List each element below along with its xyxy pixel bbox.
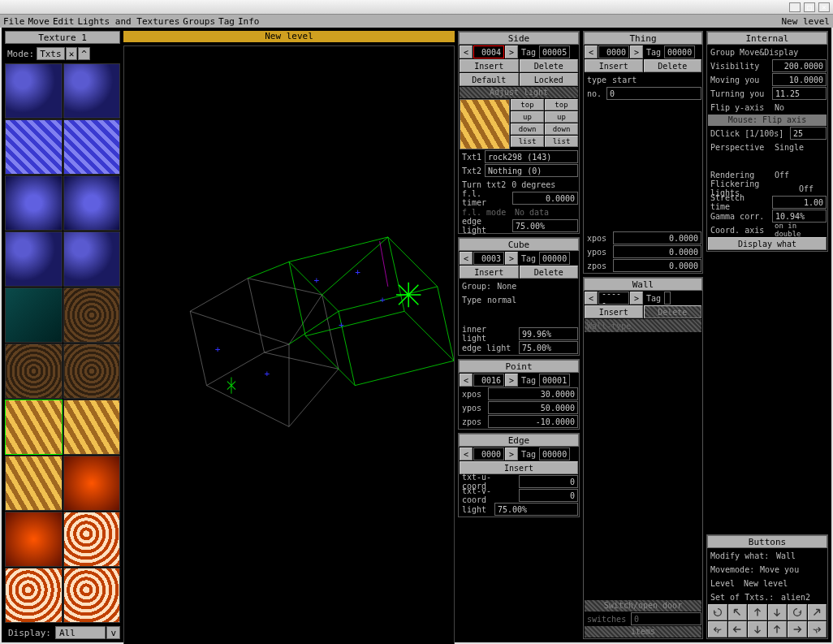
viewport-3d[interactable]: ++ ++ ++ [123,45,455,644]
texture-swatch[interactable] [5,456,63,511]
arrow-up2-icon[interactable] [768,621,788,638]
edge-tag-field[interactable]: 00000 [539,447,570,460]
point-id-field[interactable]: 0016 [473,374,504,387]
texture-swatch[interactable] [63,512,121,567]
edge-prev-button[interactable]: < [460,447,473,460]
curve-right-icon[interactable] [808,621,827,638]
display-what-button[interactable]: Display what [708,237,827,250]
texture-swatch[interactable] [5,175,63,231]
texture-swatch[interactable] [63,400,121,455]
maximize-icon[interactable]: □ [804,2,815,12]
side-insert-button[interactable]: Insert [460,59,519,72]
timer-field[interactable]: 0.0000 [512,192,578,205]
side-down2-button[interactable]: down [545,123,578,135]
display-value[interactable]: All [55,626,106,639]
thing-next-button[interactable]: > [630,45,643,58]
point-prev-button[interactable]: < [460,374,473,387]
texture-swatch[interactable] [63,287,121,343]
side-top1-button[interactable]: top [511,99,544,110]
texture-swatch[interactable] [5,344,63,399]
movemode-value[interactable]: Move you [757,563,827,576]
cube-tag-field[interactable]: 00000 [539,252,570,265]
cube-edge-field[interactable]: 75.00% [519,341,578,354]
perspective-value[interactable]: Single [772,140,827,153]
curve-left-icon[interactable] [708,621,727,638]
mode-up-button[interactable]: ^ [78,47,90,60]
wall-tag-field[interactable] [664,292,671,305]
texture-swatch-selected[interactable] [5,400,63,455]
edge-id-field[interactable]: 0000 [473,447,504,460]
side-delete-button[interactable]: Delete [520,59,579,72]
texture-swatch[interactable] [63,456,121,511]
menu-lights[interactable]: Lights and Textures [78,16,180,27]
side-next-button[interactable]: > [505,45,518,58]
menu-tag[interactable]: Tag [218,16,235,27]
arrow-up-icon[interactable] [748,604,767,620]
side-up2-button[interactable]: up [545,111,578,123]
side-prev-button[interactable]: < [460,45,473,58]
side-list1-button[interactable]: list [511,136,544,147]
texture-swatch[interactable] [63,63,121,119]
thing-zpos-field[interactable]: 0.0000 [613,259,701,272]
thing-prev-button[interactable]: < [585,45,598,58]
arrow-down2-icon[interactable] [748,621,767,638]
minimize-icon[interactable]: _ [789,2,801,12]
point-xpos-field[interactable]: 30.0000 [488,387,578,400]
texture-swatch[interactable] [63,119,121,175]
cube-prev-button[interactable]: < [460,252,473,265]
thing-insert-button[interactable]: Insert [585,59,643,72]
cube-inner-field[interactable]: 99.96% [519,327,578,340]
menu-groups[interactable]: Groups [183,16,215,27]
visibility-field[interactable]: 200.0000 [772,59,827,72]
side-id-field[interactable]: 0004 [473,45,504,58]
wall-prev-button[interactable]: < [585,292,598,305]
cube-delete-button[interactable]: Delete [520,266,579,279]
menu-edit[interactable]: Edit [53,16,75,27]
mode-value[interactable]: Txts [37,47,65,60]
moving-field[interactable]: 10.0000 [772,73,827,86]
texture-swatch[interactable] [5,512,63,567]
menu-move[interactable]: Move [28,16,50,27]
texture-swatch[interactable] [5,287,63,343]
wall-id-field[interactable]: ----- [598,292,629,305]
arrow-left-icon[interactable] [728,621,748,638]
wall-next-button[interactable]: > [630,292,643,305]
txt1-field[interactable]: rock298 (143) [485,150,578,163]
texture-swatch[interactable] [5,568,63,623]
turning-field[interactable]: 11.25 [772,87,827,100]
display-down-button[interactable]: v [106,626,120,639]
texture-swatch[interactable] [5,63,63,119]
point-ypos-field[interactable]: 50.0000 [488,401,578,414]
arrow-down-icon[interactable] [768,604,788,620]
cube-type-value[interactable]: normal [485,293,578,306]
side-down1-button[interactable]: down [511,123,544,135]
thing-xpos-field[interactable]: 0.0000 [613,231,701,244]
turn-value[interactable]: 0 degrees [509,178,578,191]
cube-id-field[interactable]: 0003 [473,252,504,265]
cube-insert-button[interactable]: Insert [460,266,519,279]
side-up1-button[interactable]: up [511,111,544,123]
edge-next-button[interactable]: > [505,447,518,460]
side-default-button[interactable]: Default [460,73,519,86]
stretch-field[interactable]: 1.00 [772,196,827,209]
dclick-field[interactable]: 25 [790,127,827,140]
texture-swatch[interactable] [5,231,63,287]
texture-swatch[interactable] [63,175,121,231]
texture-swatch[interactable] [5,119,63,175]
level-value[interactable]: New level [741,577,827,590]
coord-value[interactable]: on in double [772,223,827,236]
edge-light-field[interactable]: 75.00% [494,503,578,516]
side-locked-button[interactable]: Locked [520,73,579,86]
close-icon[interactable]: × [818,2,830,12]
cube-group-value[interactable]: None [494,279,578,292]
edge-light-field[interactable]: 75.00% [512,219,578,232]
thing-id-field[interactable]: 0000 [598,45,629,58]
modify-value[interactable]: Wall [774,549,827,562]
point-zpos-field[interactable]: -10.0000 [488,415,578,428]
txt2-field[interactable]: Nothing (0) [485,164,578,177]
side-tag-field[interactable]: 00005 [539,45,570,58]
arrow-upleft-icon[interactable] [728,604,748,620]
side-top2-button[interactable]: top [545,99,578,110]
side-texture-preview[interactable] [460,99,510,149]
arrow-right-icon[interactable] [788,621,807,638]
